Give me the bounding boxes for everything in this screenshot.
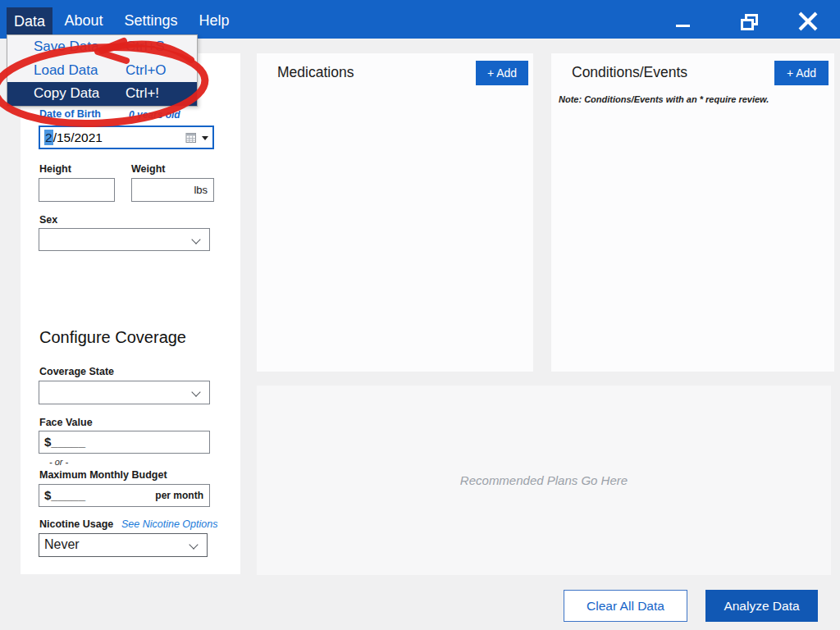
menu-item-copy-data[interactable]: Copy Data Ctrl+! bbox=[7, 82, 197, 106]
conditions-panel: Conditions/Events + Add Note: Conditions… bbox=[551, 53, 834, 372]
nicotine-usage-label: Nicotine Usage bbox=[39, 518, 113, 530]
menu-help[interactable]: Help bbox=[190, 7, 238, 34]
load-data-shortcut: Ctrl+O bbox=[126, 59, 167, 83]
patient-form-panel: Date of Birth 0 years old 2/15/2021 Heig… bbox=[21, 53, 240, 574]
medications-title: Medications bbox=[277, 64, 354, 81]
weight-label: Weight bbox=[131, 163, 165, 175]
budget-text: $_____ bbox=[44, 488, 85, 502]
face-value-text: $_____ bbox=[44, 435, 85, 449]
data-dropdown-menu: Save Data Ctrl+S Load Data Ctrl+O Copy D… bbox=[7, 34, 198, 107]
calendar-picker-button[interactable] bbox=[185, 131, 208, 144]
height-input[interactable] bbox=[39, 178, 115, 202]
clear-all-data-button[interactable]: Clear All Data bbox=[564, 590, 687, 622]
save-data-shortcut: Ctrl+S bbox=[126, 35, 165, 59]
budget-input[interactable]: $_____ per month bbox=[39, 484, 210, 507]
copy-data-shortcut: Ctrl+! bbox=[126, 82, 159, 106]
menu-about-label: About bbox=[64, 12, 103, 29]
restore-icon bbox=[741, 14, 759, 30]
close-button[interactable] bbox=[790, 0, 828, 39]
dob-value-rest: /15/2021 bbox=[53, 130, 103, 144]
plans-placeholder-text: Recommended Plans Go Here bbox=[460, 473, 628, 487]
restore-button[interactable] bbox=[732, 0, 769, 39]
menu-item-load-data[interactable]: Load Data Ctrl+O bbox=[7, 59, 197, 83]
date-of-birth-input[interactable]: 2/15/2021 bbox=[39, 126, 214, 149]
menu-about[interactable]: About bbox=[56, 7, 112, 34]
coverage-state-select[interactable] bbox=[39, 381, 210, 404]
nicotine-usage-value: Never bbox=[44, 537, 80, 551]
budget-label: Maximum Monthly Budget bbox=[39, 469, 167, 481]
dob-label: Date of Birth bbox=[39, 108, 101, 120]
minimize-icon bbox=[676, 25, 690, 27]
menu-help-label: Help bbox=[199, 12, 229, 29]
load-data-label: Load Data bbox=[34, 59, 98, 83]
sex-select[interactable] bbox=[39, 228, 210, 251]
nicotine-options-link[interactable]: See Nicotine Options bbox=[121, 518, 217, 530]
minimize-button[interactable] bbox=[664, 0, 702, 39]
menu-data-label: Data bbox=[14, 13, 45, 30]
save-data-label: Save Data bbox=[34, 35, 98, 59]
chevron-down-icon bbox=[189, 540, 198, 549]
medications-panel: Medications + Add bbox=[257, 53, 533, 372]
calendar-caret-icon bbox=[202, 136, 208, 140]
coverage-state-label: Coverage State bbox=[39, 366, 114, 377]
sex-label: Sex bbox=[39, 214, 57, 226]
age-text: 0 years old bbox=[129, 109, 180, 121]
chevron-down-icon bbox=[191, 387, 200, 396]
or-divider-text: - or - bbox=[49, 457, 68, 467]
configure-coverage-heading: Configure Coverage bbox=[39, 328, 186, 347]
menu-settings[interactable]: Settings bbox=[115, 7, 187, 34]
face-value-label: Face Value bbox=[39, 417, 93, 428]
add-medication-button[interactable]: + Add bbox=[476, 61, 528, 85]
analyze-data-button[interactable]: Analyze Data bbox=[705, 590, 818, 622]
face-value-input[interactable]: $_____ bbox=[39, 431, 210, 454]
menu-settings-label: Settings bbox=[124, 12, 177, 29]
conditions-note: Note: Conditions/Events with an * requir… bbox=[559, 94, 769, 104]
dob-selected-segment: 2 bbox=[44, 130, 53, 145]
calendar-icon bbox=[185, 132, 197, 144]
add-condition-button[interactable]: + Add bbox=[774, 61, 829, 85]
nicotine-usage-select[interactable]: Never bbox=[39, 533, 208, 557]
weight-input[interactable]: lbs bbox=[131, 178, 214, 202]
title-menu-bar: Data About Settings Help bbox=[0, 0, 840, 39]
conditions-title: Conditions/Events bbox=[572, 64, 687, 81]
chevron-down-icon bbox=[191, 235, 200, 244]
recommended-plans-panel: Recommended Plans Go Here bbox=[257, 386, 831, 575]
close-icon bbox=[797, 11, 819, 31]
weight-unit-label: lbs bbox=[194, 179, 208, 201]
height-label: Height bbox=[39, 163, 71, 175]
menu-item-save-data[interactable]: Save Data Ctrl+S bbox=[7, 35, 197, 59]
budget-suffix-label: per month bbox=[155, 485, 203, 506]
copy-data-label: Copy Data bbox=[34, 82, 99, 106]
